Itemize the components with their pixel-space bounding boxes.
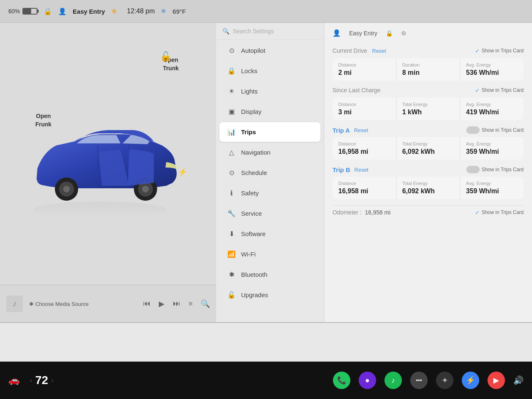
slc-distance-label: Distance <box>338 102 390 107</box>
trip-a-total-energy-label: Total Energy <box>402 141 454 146</box>
search-media-button[interactable]: 🔍 <box>201 299 210 308</box>
current-drive-show-trips: ✓ Show in Trips Card <box>475 48 524 54</box>
spotify-icon[interactable]: ♪ <box>384 372 402 389</box>
menu-item-locks[interactable]: 🔒 Locks <box>219 61 320 81</box>
current-drive-trips-label: Show in Trips Card <box>482 48 524 54</box>
trip-b-toggle[interactable] <box>466 166 480 173</box>
trip-a-avg-energy-value: 359 Wh/mi <box>466 148 518 155</box>
slc-total-energy-label: Total Energy <box>402 102 454 107</box>
current-drive-energy-cell: Avg. Energy 536 Wh/mi <box>460 58 524 81</box>
bluetooth-taskbar-icon[interactable]: ⚡ <box>462 372 479 389</box>
trip-a-reset-btn[interactable]: Reset <box>354 127 368 133</box>
autopilot-label: Autopilot <box>241 47 265 54</box>
current-drive-header: Current Drive Reset ✓ Show in Trips Card <box>332 47 524 54</box>
trip-b-avg-energy-label: Avg. Energy <box>466 181 518 186</box>
service-icon: 🔧 <box>227 209 236 217</box>
trip-a-avg-energy-cell: Avg. Energy 359 Wh/mi <box>460 137 524 160</box>
slc-avg-energy-value: 419 Wh/mi <box>466 108 518 116</box>
navigation-icon: △ <box>227 148 236 156</box>
temperature-control: ‹ 72 › <box>30 374 54 387</box>
menu-item-navigation[interactable]: △ Navigation <box>219 143 320 162</box>
trip-a-toggle[interactable] <box>466 126 480 134</box>
trips-content-panel: 👤 Easy Entry 🔒 ⚙ Current Drive Reset ✓ S… <box>324 23 532 322</box>
more-apps-icon[interactable]: ••• <box>410 372 428 389</box>
prev-button[interactable]: ⏮ <box>143 299 150 308</box>
display-label: Display <box>241 108 261 115</box>
menu-item-schedule[interactable]: ⊙ Schedule <box>219 163 320 182</box>
menu-item-wifi[interactable]: 📶 Wi-Fi <box>219 244 320 264</box>
car-icon-taskbar[interactable]: 🚗 <box>8 375 20 386</box>
slc-distance-cell: Distance 3 mi <box>332 98 396 120</box>
temperature-value: 72 <box>35 374 48 387</box>
trip-a-distance-value: 16,958 mi <box>338 148 390 155</box>
choose-source-text[interactable]: Choose Media Source <box>35 301 89 307</box>
trip-a-avg-energy-label: Avg. Energy <box>466 141 518 146</box>
volume-icon[interactable]: 🔊 <box>513 375 524 385</box>
trip-b-total-energy-label: Total Energy <box>402 181 454 186</box>
eq-button[interactable]: ≡ <box>189 300 192 308</box>
phone-icon[interactable]: 📞 <box>333 372 350 389</box>
time-display: 12:48 pm <box>127 7 155 15</box>
status-bar: 60% 🔒 👤 Easy Entry ❄ 12:48 pm ❄ 69°F <box>0 0 532 23</box>
since-last-charge-title: Since Last Charge <box>332 87 380 94</box>
bluetooth-menu-icon: ✱ <box>227 271 236 278</box>
search-placeholder[interactable]: Search Settings <box>233 28 274 34</box>
temp-decrease-btn[interactable]: ‹ <box>30 377 32 384</box>
battery-bar <box>22 8 37 15</box>
slc-total-energy-value: 1 kWh <box>402 108 454 116</box>
menu-item-bluetooth[interactable]: ✱ Bluetooth <box>219 265 320 284</box>
menu-item-trips[interactable]: 📊 Trips <box>219 122 320 142</box>
odometer-row: Odometer : 16,958 mi ✓ Show in Trips Car… <box>332 205 524 216</box>
current-drive-distance-label: Distance <box>338 62 390 67</box>
trip-a-label: Trip A <box>332 127 350 134</box>
menu-item-software[interactable]: ⬇ Software <box>219 224 320 244</box>
youtube-icon[interactable]: ▶ <box>488 372 505 389</box>
trip-b-header: Trip B Reset Show in Trips Card <box>332 166 524 173</box>
since-last-charge-trips-label: Show in Trips Card <box>482 87 524 93</box>
current-drive-reset-btn[interactable]: Reset <box>372 48 386 54</box>
autopilot-icon: ⊙ <box>227 47 236 54</box>
software-icon: ⬇ <box>227 230 236 238</box>
play-button[interactable]: ▶ <box>159 299 165 308</box>
lock-icon: 🔒 <box>44 7 52 15</box>
since-last-charge-header: Since Last Charge ✓ Show in Trips Card <box>332 87 524 94</box>
media-controls: ⏮ ▶ ⏭ ≡ 🔍 <box>143 299 210 308</box>
current-drive-checkmark: ✓ <box>475 48 480 54</box>
since-last-charge-stats: Distance 3 mi Total Energy 1 kWh Avg. En… <box>332 98 524 120</box>
safety-icon: ℹ <box>227 189 236 197</box>
bluetooth-label: Bluetooth <box>241 271 267 278</box>
trip-b-energy-cell: Total Energy 6,092 kWh <box>397 177 460 199</box>
music-note-icon: ♪ <box>6 296 23 312</box>
temp-increase-btn[interactable]: › <box>52 377 54 384</box>
trips-icon: 📊 <box>227 128 236 136</box>
odometer-show-trips: ✓ Show in Trips Card <box>475 209 524 216</box>
menu-item-autopilot[interactable]: ⊙ Autopilot <box>219 41 320 60</box>
menu-item-lights[interactable]: ☀ Lights <box>219 81 320 101</box>
menu-item-safety[interactable]: ℹ Safety <box>219 183 320 203</box>
current-drive-duration-cell: Duration 8 min <box>397 58 460 81</box>
software-label: Software <box>241 230 266 237</box>
next-button[interactable]: ⏭ <box>173 299 180 308</box>
odometer-value: 16,958 mi <box>365 209 390 216</box>
search-icon: 🔍 <box>222 28 229 34</box>
menu-item-upgrades[interactable]: 🔓 Upgrades <box>219 285 320 305</box>
locks-icon: 🔒 <box>227 67 236 75</box>
trip-b-show-trips: Show in Trips Card <box>466 166 524 173</box>
fan-icon[interactable]: ✦ <box>436 372 453 389</box>
menu-item-display[interactable]: ▣ Display <box>219 102 320 121</box>
slc-energy-cell: Total Energy 1 kWh <box>397 98 460 120</box>
service-label: Service <box>241 210 262 217</box>
upgrades-icon: 🔓 <box>227 291 236 299</box>
trip-b-reset-btn[interactable]: Reset <box>355 167 369 173</box>
trips-label: Trips <box>241 128 256 135</box>
locks-label: Locks <box>241 67 257 74</box>
camera-icon[interactable]: ● <box>359 372 376 389</box>
settings-icon: ⚙ <box>401 30 406 37</box>
safety-label: Safety <box>241 190 259 197</box>
menu-item-service[interactable]: 🔧 Service <box>219 204 320 223</box>
trip-a-show-trips: Show in Trips Card <box>466 126 524 134</box>
panel-separator <box>0 322 532 323</box>
media-bar: ♪ ✱ Choose Media Source ⏮ ▶ ⏭ ≡ 🔍 <box>0 285 216 322</box>
content-header: 👤 Easy Entry 🔒 ⚙ <box>332 29 524 41</box>
easy-entry-label: Easy Entry <box>73 8 105 15</box>
